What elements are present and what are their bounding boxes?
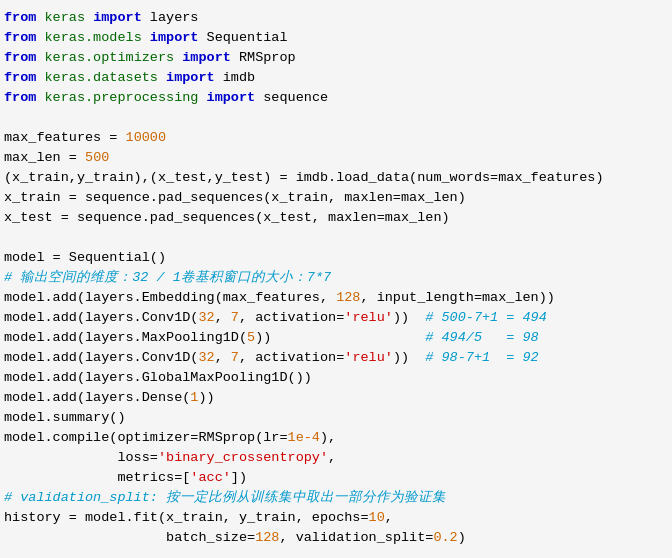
code-line: max_len = 500 (4, 148, 666, 168)
code-line: batch_size=128, validation_split=0.2) (4, 528, 666, 548)
code-line: x_train = sequence.pad_sequences(x_train… (4, 188, 666, 208)
code-line: model.add(layers.Conv1D(32, 7, activatio… (4, 348, 666, 368)
code-comment-line: # validation_split: 按一定比例从训练集中取出一部分作为验证集 (4, 488, 666, 508)
code-comment-line: # 输出空间的维度：32 / 1卷基积窗口的大小：7*7 (4, 268, 666, 288)
code-line: (x_train,y_train),(x_test,y_test) = imdb… (4, 168, 666, 188)
code-line: max_features = 10000 (4, 128, 666, 148)
code-line: from keras import layers (4, 8, 666, 28)
code-line: x_test = sequence.pad_sequences(x_test, … (4, 208, 666, 228)
code-line: model.compile(optimizer=RMSprop(lr=1e-4)… (4, 428, 666, 448)
code-line: from keras.models import Sequential (4, 28, 666, 48)
code-line: loss='binary_crossentropy', (4, 448, 666, 468)
code-line: model.add(layers.Conv1D(32, 7, activatio… (4, 308, 666, 328)
code-line: model = Sequential() (4, 248, 666, 268)
blank-line (4, 228, 666, 248)
code-line: from keras.datasets import imdb (4, 68, 666, 88)
code-line: from keras.preprocessing import sequence (4, 88, 666, 108)
blank-line (4, 108, 666, 128)
code-line: model.add(layers.Dense(1)) (4, 388, 666, 408)
code-line: history = model.fit(x_train, y_train, ep… (4, 508, 666, 528)
code-line: metrics=['acc']) (4, 468, 666, 488)
code-line: from keras.optimizers import RMSprop (4, 48, 666, 68)
code-editor: from keras import layers from keras.mode… (0, 0, 672, 558)
code-line: model.add(layers.Embedding(max_features,… (4, 288, 666, 308)
code-line: model.add(layers.GlobalMaxPooling1D()) (4, 368, 666, 388)
code-line: model.add(layers.MaxPooling1D(5)) # 494/… (4, 328, 666, 348)
code-line: model.summary() (4, 408, 666, 428)
